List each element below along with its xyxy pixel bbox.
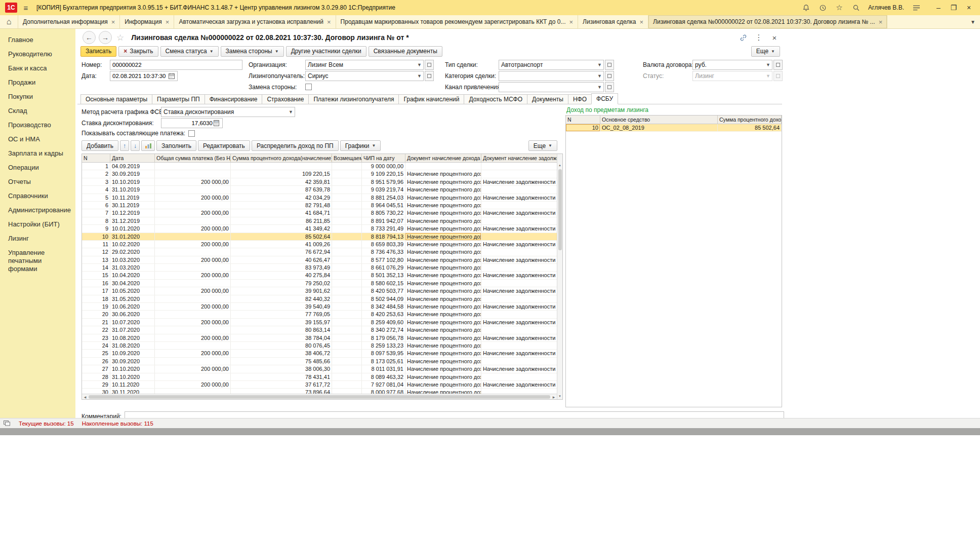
schedule-cell[interactable]: 14	[82, 264, 110, 271]
schedule-row[interactable]: 630.11.201982 791,488 964 045,51Начислен…	[82, 202, 557, 209]
home-tab[interactable]: ⌂	[0, 15, 18, 28]
schedule-cell[interactable]: 38 006,30	[231, 365, 332, 372]
schedule-cell[interactable]: Начисление процентного доход...	[405, 178, 481, 185]
schedule-cell[interactable]: 200 000,00	[155, 241, 231, 248]
schedule-cell[interactable]	[155, 326, 231, 333]
schedule-row[interactable]: 310.10.2019200 000,0042 359,818 951 579,…	[82, 178, 557, 186]
schedule-row[interactable]: 104.09.20199 000 000,00	[82, 163, 557, 170]
schedule-cell[interactable]: 30.09.2019	[110, 170, 155, 177]
schedule-cell[interactable]	[481, 311, 557, 318]
schedule-cell[interactable]: Начисление процентного доход...	[405, 389, 481, 394]
schedule-cell[interactable]: 42 034,29	[231, 194, 332, 201]
schedule-row[interactable]: 2710.10.2020200 000,0038 006,308 011 031…	[82, 365, 557, 373]
schedule-cell[interactable]: 41 349,42	[231, 225, 332, 232]
channel-field[interactable]: ▼	[499, 82, 614, 92]
schedule-cell[interactable]: 28	[82, 373, 110, 380]
schedule-cell[interactable]: Начисление процентного доход...	[405, 202, 481, 209]
schedule-cell[interactable]: 82 791,48	[231, 202, 332, 209]
schedule-cell[interactable]: Начисление процентного доход...	[405, 365, 481, 372]
schedule-cell[interactable]: 8 089 463,32	[362, 373, 405, 380]
lessee-field[interactable]: Сириус▼	[305, 71, 434, 81]
schedule-cell[interactable]	[332, 280, 362, 287]
schedule-cell[interactable]: Начисление процентного доход...	[405, 241, 481, 248]
notifications-bell-icon[interactable]	[801, 3, 810, 12]
get-link-icon[interactable]	[739, 33, 748, 42]
schedule-cell[interactable]: 10.12.2019	[110, 209, 155, 216]
schedule-cell[interactable]: 200 000,00	[155, 225, 231, 232]
window-tab[interactable]: Лизинговая сделка×	[578, 15, 648, 28]
schedule-cell[interactable]: 10.11.2020	[110, 381, 155, 388]
schedule-column-header[interactable]: ЧИП на дату	[362, 154, 405, 162]
schedule-row[interactable]: 2431.08.202080 076,458 259 133,23Начисле…	[82, 342, 557, 350]
schedule-cell[interactable]: 29	[82, 381, 110, 388]
form-tab[interactable]: ФСБУ	[591, 93, 618, 104]
schedule-row[interactable]: 1510.04.2020200 000,0040 275,848 501 352…	[82, 272, 557, 279]
schedule-cell[interactable]: Начисление процентного доход...	[405, 186, 481, 193]
schedule-cell[interactable]: Начисление процентного доход...	[405, 272, 481, 279]
maximize-button[interactable]: ❐	[948, 3, 960, 13]
replace-party-button[interactable]: Замена стороны▼	[221, 46, 284, 57]
schedule-cell[interactable]	[481, 358, 557, 365]
schedule-cell[interactable]: 3	[82, 178, 110, 185]
schedule-cell[interactable]: 31.10.2019	[110, 186, 155, 193]
tab-close-icon[interactable]: ×	[327, 18, 331, 26]
schedule-row[interactable]: 510.11.2019200 000,0042 034,298 881 254,…	[82, 194, 557, 202]
schedule-cell[interactable]: 6	[82, 202, 110, 209]
schedule-cell[interactable]: Начисление процентного доход...	[405, 381, 481, 388]
discount-rate-input[interactable]	[164, 120, 213, 126]
schedule-cell[interactable]: Начисление процентного доход...	[405, 350, 481, 357]
schedule-row[interactable]: 1710.05.2020200 000,0039 901,628 420 503…	[82, 287, 557, 295]
schedule-cell[interactable]: 30.11.2019	[110, 202, 155, 209]
add-row-button[interactable]: Добавить	[81, 140, 118, 151]
schedule-cell[interactable]: 30	[82, 389, 110, 394]
schedule-row[interactable]: 2630.09.202075 485,668 173 025,61Начисле…	[82, 358, 557, 365]
schedule-cell[interactable]	[481, 342, 557, 349]
schedule-cell[interactable]: 39 901,62	[231, 287, 332, 294]
fsbu-method-select[interactable]: Ставка дисконтирования▼	[161, 107, 295, 117]
schedule-cell[interactable]	[332, 287, 362, 294]
schedule-cell[interactable]: Начисление задолженности по дог...	[481, 272, 557, 279]
schedule-cell[interactable]: 200 000,00	[155, 209, 231, 216]
schedule-cell[interactable]	[481, 280, 557, 287]
schedule-cell[interactable]	[332, 358, 362, 365]
schedule-row[interactable]: 2231.07.202080 863,148 340 272,74Начисле…	[82, 326, 557, 334]
main-menu-icon[interactable]: ≡	[21, 3, 30, 12]
schedule-cell[interactable]: 8 951 579,96	[362, 178, 405, 185]
schedule-cell[interactable]: 9	[82, 225, 110, 232]
schedule-cell[interactable]: 17	[82, 287, 110, 294]
schedule-row[interactable]: 1031.01.202085 502,648 818 794,13Начисле…	[82, 233, 557, 241]
form-tab[interactable]: НФО	[568, 94, 592, 104]
show-components-checkbox[interactable]	[188, 130, 195, 137]
schedule-cell[interactable]	[332, 334, 362, 341]
schedule-row[interactable]: 2510.09.2020200 000,0038 406,728 097 539…	[82, 350, 557, 357]
schedule-cell[interactable]: 8 097 539,95	[362, 350, 405, 357]
chevron-down-icon[interactable]: ▼	[596, 73, 603, 79]
schedule-cell[interactable]	[332, 350, 362, 357]
related-documents-button[interactable]: Связанные документы	[369, 46, 442, 57]
schedule-cell[interactable]	[332, 311, 362, 318]
schedule-cell[interactable]	[332, 272, 362, 279]
schedule-row[interactable]: 1910.06.2020200 000,0039 540,498 342 484…	[82, 303, 557, 311]
window-tab[interactable]: Информация×	[120, 15, 174, 28]
schedule-cell[interactable]: Начисление процентного доход...	[405, 170, 481, 177]
schedule-cell[interactable]	[481, 248, 557, 255]
schedule-cell[interactable]: 8 173 025,61	[362, 358, 405, 365]
schedule-cell[interactable]: 23	[82, 334, 110, 341]
schedule-cell[interactable]	[481, 264, 557, 271]
income-column-header[interactable]: Сумма процентного дохода	[718, 116, 782, 124]
schedule-cell[interactable]	[332, 202, 362, 209]
horizontal-scroll-thumb[interactable]	[89, 395, 550, 399]
schedule-cell[interactable]: 4	[82, 186, 110, 193]
schedule-row[interactable]: 2831.10.202078 431,418 089 463,32Начисле…	[82, 373, 557, 381]
schedule-cell[interactable]: Начисление задолженности по дог...	[481, 209, 557, 216]
schedule-cell[interactable]: 42 359,81	[231, 178, 332, 185]
sidebar-item[interactable]: Продажи	[0, 75, 75, 90]
schedule-cell[interactable]	[332, 178, 362, 185]
scroll-up-icon[interactable]: ▲	[558, 163, 561, 168]
schedule-cell[interactable]	[481, 233, 557, 240]
sidebar-item[interactable]: Управление печатными формами	[0, 246, 75, 276]
schedule-cell[interactable]: Начисление задолженности по дог...	[481, 194, 557, 201]
schedule-cell[interactable]: 8 011 031,91	[362, 365, 405, 372]
schedule-cell[interactable]	[332, 209, 362, 216]
schedule-cell[interactable]: 77 769,05	[231, 311, 332, 318]
